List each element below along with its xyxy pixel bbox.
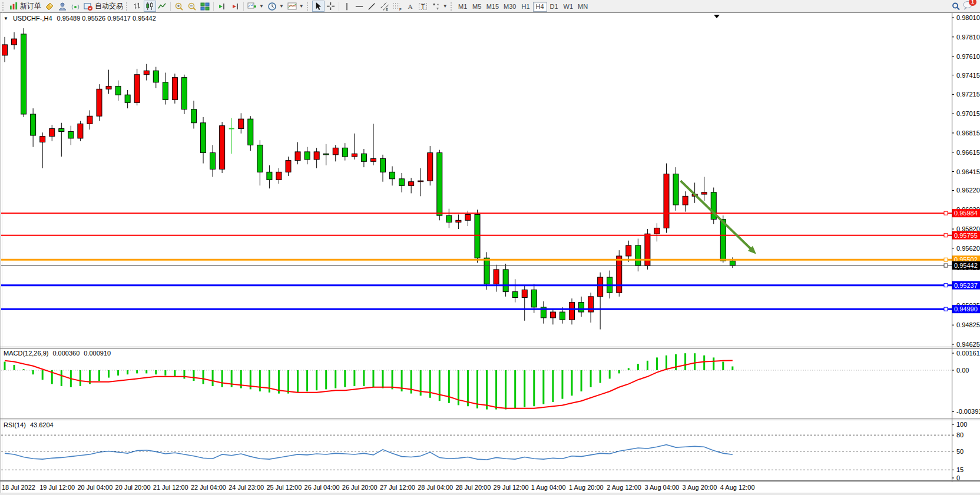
periods-button[interactable]: ▼ <box>266 1 286 12</box>
chart-ohlc-values: 0.95489 0.95526 0.95417 0.95442 <box>57 15 156 22</box>
svg-text:A: A <box>408 3 413 10</box>
chart-shift-button[interactable] <box>229 1 241 12</box>
new-order-button[interactable]: 新订单 <box>8 1 43 12</box>
new-order-label: 新订单 <box>20 1 41 11</box>
signals-button[interactable] <box>69 1 82 12</box>
svg-text:4 Aug 12:00: 4 Aug 12:00 <box>720 484 755 491</box>
crosshair-icon <box>326 2 335 11</box>
auto-trading-icon <box>84 2 93 11</box>
timeframe-button-M1[interactable]: M1 <box>456 2 470 12</box>
toolbar-grip[interactable] <box>126 2 129 11</box>
svg-text:15: 15 <box>956 466 964 473</box>
toolbar-separator <box>213 2 214 11</box>
svg-text:27 Jul 12:00: 27 Jul 12:00 <box>380 484 415 491</box>
toolbar-separator <box>243 2 244 11</box>
svg-text:F: F <box>399 8 402 11</box>
fibonacci-tool-button[interactable]: F <box>391 1 404 12</box>
horizontal-line-tool-button[interactable] <box>353 1 366 12</box>
auto-scroll-button[interactable] <box>216 1 229 12</box>
timeframe-button-MN[interactable]: MN <box>575 2 590 12</box>
svg-text:21 Jul 12:00: 21 Jul 12:00 <box>153 484 188 491</box>
crosshair-tool-button[interactable] <box>325 1 337 12</box>
svg-text:0.94990: 0.94990 <box>954 305 978 313</box>
chart-title-bar[interactable]: ▼ USDCHF-,H4 0.95489 0.95526 0.95417 0.9… <box>4 15 156 22</box>
timeframe-button-M30[interactable]: M30 <box>501 2 518 12</box>
text-icon: A <box>406 2 414 11</box>
svg-text:26 Jul 04:00: 26 Jul 04:00 <box>304 484 340 491</box>
search-icon <box>951 2 961 11</box>
main-toolbar: 新订单 自动交易 <box>0 0 980 12</box>
svg-text:-0.00391: -0.00391 <box>956 408 980 415</box>
svg-text:0.95442: 0.95442 <box>954 262 978 269</box>
macd-main-value: 0.000360 <box>52 350 80 357</box>
chart-profile-button[interactable] <box>43 1 56 12</box>
notifications-button[interactable]: 1 <box>962 1 973 12</box>
svg-text:0.97810: 0.97810 <box>956 34 980 41</box>
svg-text:0: 0 <box>956 474 960 481</box>
svg-text:18 Jul 2022: 18 Jul 2022 <box>2 484 35 491</box>
line-chart-type-button[interactable] <box>156 1 168 12</box>
arrows-tool-button[interactable]: ▼ <box>429 1 449 12</box>
rsi-value: 43.6204 <box>30 421 54 428</box>
svg-text:0.00161: 0.00161 <box>956 350 980 357</box>
candlestick-chart-type-button[interactable] <box>144 1 156 12</box>
svg-text:3 Aug 20:00: 3 Aug 20:00 <box>683 484 717 491</box>
community-button[interactable] <box>56 1 69 12</box>
toolbar-grip[interactable] <box>2 2 5 11</box>
chart-symbol-period: USDCHF-,H4 <box>13 15 52 22</box>
chevron-down-icon: ▼ <box>259 4 264 9</box>
channel-icon: E <box>380 2 389 11</box>
svg-text:28 Jul 04:00: 28 Jul 04:00 <box>418 484 453 491</box>
toolbar-separator <box>339 2 339 11</box>
zoom-in-icon <box>174 2 184 11</box>
trendline-tool-button[interactable] <box>366 1 378 12</box>
timeframe-button-W1[interactable]: W1 <box>561 2 576 12</box>
bar-chart-type-button[interactable] <box>131 1 144 12</box>
svg-text:2 Aug 12:00: 2 Aug 12:00 <box>607 484 641 491</box>
timeframe-button-M15[interactable]: M15 <box>484 2 501 12</box>
svg-text:0.96815: 0.96815 <box>956 129 980 137</box>
svg-text:0.98010: 0.98010 <box>956 14 980 21</box>
auto-trading-button[interactable]: 自动交易 <box>82 1 125 12</box>
svg-text:T: T <box>421 4 425 10</box>
fibonacci-icon: F <box>393 2 402 11</box>
chart-shift-icon <box>230 2 240 11</box>
chevron-down-icon: ▼ <box>443 4 448 9</box>
arrows-icon <box>431 2 441 11</box>
text-label-tool-button[interactable]: T <box>416 1 429 12</box>
rsi-name: RSI(14) <box>4 421 26 428</box>
search-button[interactable] <box>949 1 962 12</box>
timeframe-button-H1[interactable]: H1 <box>519 2 533 12</box>
svg-text:0.96415: 0.96415 <box>956 168 980 175</box>
svg-text:80: 80 <box>956 431 964 438</box>
svg-text:0.97015: 0.97015 <box>956 110 980 117</box>
svg-text:0.97610: 0.97610 <box>956 53 980 60</box>
new-order-chart-icon <box>9 2 18 11</box>
templates-button[interactable]: ▼ <box>286 1 306 12</box>
svg-text:0.00: 0.00 <box>956 367 969 374</box>
text-tool-button[interactable]: A <box>404 1 416 12</box>
toolbar-grip[interactable] <box>451 2 453 11</box>
timeframe-button-H4[interactable]: H4 <box>533 2 547 12</box>
svg-text:24 Jul 23:00: 24 Jul 23:00 <box>229 484 264 491</box>
svg-text:100: 100 <box>956 421 967 428</box>
svg-text:0.95755: 0.95755 <box>954 232 978 239</box>
zoom-out-button[interactable] <box>186 1 198 12</box>
cursor-tool-button[interactable] <box>312 1 325 12</box>
timeframe-button-D1[interactable]: D1 <box>547 2 561 12</box>
svg-text:25 Jul 12:00: 25 Jul 12:00 <box>266 484 302 491</box>
svg-text:0.95984: 0.95984 <box>954 210 978 217</box>
svg-text:20 Jul 20:00: 20 Jul 20:00 <box>115 484 151 491</box>
svg-text:0.96220: 0.96220 <box>956 187 980 194</box>
chevron-down-icon: ▼ <box>4 16 8 21</box>
svg-text:28 Jul 20:00: 28 Jul 20:00 <box>455 484 491 491</box>
timeframe-button-M5[interactable]: M5 <box>470 2 484 12</box>
tile-windows-button[interactable] <box>198 1 211 12</box>
indicators-button[interactable]: ▼ <box>246 1 266 12</box>
price-chart-canvas[interactable]: 0.980100.978100.976100.974150.972150.970… <box>0 0 980 495</box>
gold-tag-icon <box>45 2 54 11</box>
zoom-in-button[interactable] <box>173 1 186 12</box>
channel-tool-button[interactable]: E <box>378 1 391 12</box>
toolbar-grip[interactable] <box>307 2 310 11</box>
vertical-line-tool-button[interactable] <box>341 1 353 12</box>
